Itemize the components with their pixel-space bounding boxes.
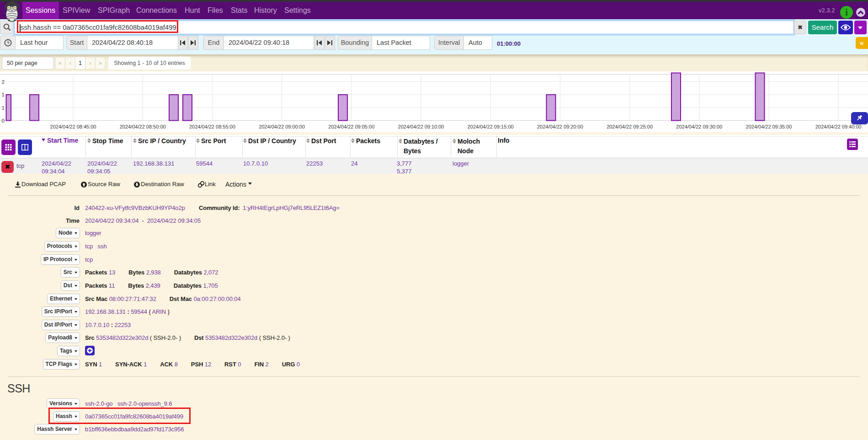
svg-text:2: 2: [2, 79, 5, 85]
svg-text:2024/04/22 08:45:00: 2024/04/22 08:45:00: [50, 124, 96, 129]
svg-text:2024/04/22 08:50:00: 2024/04/22 08:50:00: [120, 124, 166, 129]
svg-text:2024/04/22 08:55:00: 2024/04/22 08:55:00: [189, 124, 235, 129]
svg-text:2024/04/22 09:15:00: 2024/04/22 09:15:00: [468, 124, 514, 129]
svg-text:0: 0: [2, 118, 5, 123]
svg-text:2024/04/22 09:00:00: 2024/04/22 09:00:00: [259, 124, 305, 129]
svg-text:2024/04/22 09:05:00: 2024/04/22 09:05:00: [328, 124, 374, 129]
svg-text:2024/04/22 09:10:00: 2024/04/22 09:10:00: [398, 124, 444, 129]
svg-text:2024/04/22 09:35:00: 2024/04/22 09:35:00: [746, 124, 792, 129]
svg-text:1: 1: [2, 105, 5, 111]
svg-text:2024/04/22 09:30:00: 2024/04/22 09:30:00: [676, 124, 722, 129]
svg-text:2024/04/22 09:20:00: 2024/04/22 09:20:00: [537, 124, 583, 129]
svg-text:2024/04/22 09:40:00: 2024/04/22 09:40:00: [815, 124, 862, 129]
svg-text:1: 1: [2, 92, 5, 97]
svg-text:2024/04/22 09:25:00: 2024/04/22 09:25:00: [607, 124, 653, 129]
